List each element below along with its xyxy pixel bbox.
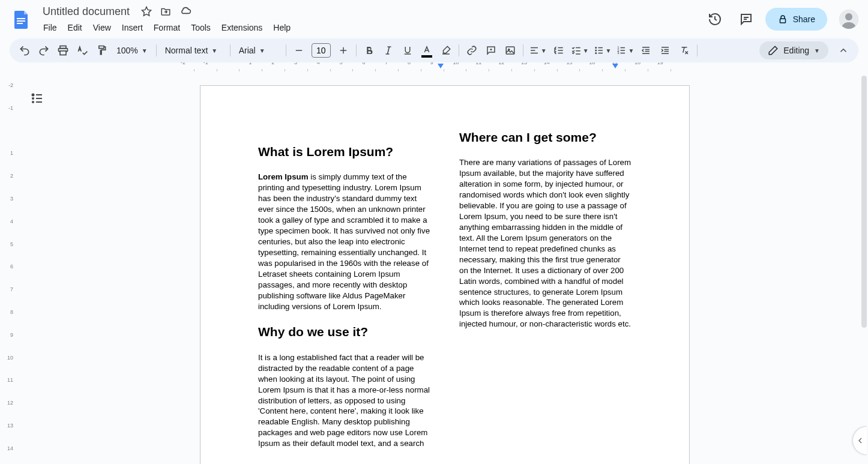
paragraph[interactable]: It is a long established fact that a rea… xyxy=(258,352,430,449)
print-button[interactable] xyxy=(54,41,72,59)
menu-file[interactable]: File xyxy=(38,20,62,35)
vertical-ruler[interactable]: -2-112345678910111213141516 xyxy=(0,74,22,464)
separator xyxy=(286,44,286,56)
content-area: -2-112345678910111213141516 What is Lore… xyxy=(0,74,868,464)
svg-rect-9 xyxy=(60,51,66,55)
cloud-status-icon[interactable] xyxy=(179,5,191,17)
menu-help[interactable]: Help xyxy=(268,20,295,35)
svg-point-57 xyxy=(32,101,34,103)
font-size-input[interactable]: 10 xyxy=(312,43,331,58)
indent-marker[interactable] xyxy=(438,64,444,68)
numbered-list-button[interactable]: 123▼ xyxy=(614,41,636,59)
separator xyxy=(356,44,357,56)
style-select[interactable]: Normal text▼ xyxy=(160,41,226,59)
svg-line-15 xyxy=(387,47,389,54)
heading[interactable]: Why do we use it? xyxy=(258,324,430,340)
svg-rect-1 xyxy=(17,20,25,22)
line-spacing-button[interactable] xyxy=(550,41,568,59)
svg-text:3: 3 xyxy=(618,51,620,55)
svg-rect-0 xyxy=(17,18,25,19)
decrease-font-size-button[interactable] xyxy=(290,41,308,59)
separator xyxy=(230,44,231,56)
paragraph[interactable]: Lorem Ipsum is simply dummy text of the … xyxy=(258,172,430,312)
chevron-down-icon: ▼ xyxy=(606,47,612,54)
chevron-down-icon: ▼ xyxy=(814,47,820,54)
lock-icon xyxy=(777,14,788,25)
underline-button[interactable] xyxy=(399,41,417,59)
app-header: Untitled document File Edit View Insert … xyxy=(0,0,868,38)
paint-format-button[interactable] xyxy=(92,41,110,59)
pencil-icon xyxy=(768,45,779,56)
chevron-down-icon: ▼ xyxy=(211,47,217,54)
insert-link-button[interactable] xyxy=(463,41,481,59)
clear-formatting-button[interactable] xyxy=(675,41,693,59)
star-icon[interactable] xyxy=(141,6,152,17)
page[interactable]: What is Lorem Ipsum? Lorem Ipsum is simp… xyxy=(200,85,690,464)
menu-tools[interactable]: Tools xyxy=(186,20,215,35)
separator xyxy=(523,44,523,56)
text-color-swatch xyxy=(421,55,432,58)
chevron-down-icon: ▼ xyxy=(583,47,589,54)
toolbar-wrap: 100%▼ Normal text▼ Arial▼ 10 ▼ ▼ ▼ 123▼ … xyxy=(0,38,868,62)
align-button[interactable]: ▼ xyxy=(527,41,549,59)
svg-point-52 xyxy=(32,94,34,96)
column-2: Where can I get some? There are many var… xyxy=(459,129,631,461)
italic-button[interactable] xyxy=(379,41,397,59)
checklist-button[interactable]: ▼ xyxy=(569,41,591,59)
svg-rect-2 xyxy=(17,23,23,24)
horizontal-ruler[interactable]: -2-112345678910111213141516171819 xyxy=(0,62,868,72)
heading[interactable]: What is Lorem Ipsum? xyxy=(258,143,430,160)
history-icon[interactable] xyxy=(703,7,727,31)
bold-button[interactable] xyxy=(360,41,378,59)
redo-button[interactable] xyxy=(35,41,53,59)
text-color-button[interactable] xyxy=(418,41,436,59)
menu-extensions[interactable]: Extensions xyxy=(217,20,267,35)
scrollbar-track[interactable] xyxy=(861,76,867,462)
increase-indent-button[interactable] xyxy=(656,41,674,59)
indent-marker[interactable] xyxy=(612,64,618,68)
svg-point-56 xyxy=(32,98,34,99)
svg-point-7 xyxy=(845,13,852,20)
separator xyxy=(156,44,157,56)
font-select[interactable]: Arial▼ xyxy=(234,41,282,59)
chevron-down-icon: ▼ xyxy=(142,47,148,54)
svg-point-34 xyxy=(595,53,597,54)
highlight-button[interactable] xyxy=(437,41,455,59)
menu-edit[interactable]: Edit xyxy=(63,20,87,35)
editing-mode-button[interactable]: Editing ▼ xyxy=(759,41,828,59)
move-icon[interactable] xyxy=(160,6,171,17)
svg-point-30 xyxy=(595,47,597,49)
add-comment-button[interactable] xyxy=(482,41,500,59)
separator xyxy=(459,44,459,56)
paragraph[interactable]: There are many variations of passages of… xyxy=(459,157,631,330)
scrollbar-thumb[interactable] xyxy=(861,76,867,328)
menu-format[interactable]: Format xyxy=(149,20,185,35)
heading[interactable]: Where can I get some? xyxy=(459,129,631,145)
collapse-toolbar-button[interactable] xyxy=(834,41,852,59)
undo-button[interactable] xyxy=(16,41,34,59)
menu-view[interactable]: View xyxy=(88,20,116,35)
title-area: Untitled document File Edit View Insert … xyxy=(38,4,703,35)
comments-icon[interactable] xyxy=(734,7,758,31)
user-avatar[interactable] xyxy=(839,10,858,29)
toolbar: 100%▼ Normal text▼ Arial▼ 10 ▼ ▼ ▼ 123▼ … xyxy=(10,38,858,62)
menu-bar: File Edit View Insert Format Tools Exten… xyxy=(38,20,703,35)
docs-logo[interactable] xyxy=(10,7,34,31)
column-1: What is Lorem Ipsum? Lorem Ipsum is simp… xyxy=(258,143,430,461)
increase-font-size-button[interactable] xyxy=(334,41,352,59)
document-title[interactable]: Untitled document xyxy=(38,4,134,19)
insert-image-button[interactable] xyxy=(501,41,519,59)
decrease-indent-button[interactable] xyxy=(637,41,655,59)
outline-toggle-button[interactable] xyxy=(26,88,48,109)
bulleted-list-button[interactable]: ▼ xyxy=(592,41,613,59)
chevron-down-icon: ▼ xyxy=(628,47,634,54)
chevron-down-icon: ▼ xyxy=(259,47,265,54)
spellcheck-button[interactable] xyxy=(73,41,91,59)
share-label: Share xyxy=(793,14,815,24)
share-button[interactable]: Share xyxy=(765,8,827,31)
svg-point-32 xyxy=(595,50,597,51)
document-scroll[interactable]: What is Lorem Ipsum? Lorem Ipsum is simp… xyxy=(22,74,868,464)
menu-insert[interactable]: Insert xyxy=(117,20,148,35)
chevron-down-icon: ▼ xyxy=(541,47,547,54)
zoom-select[interactable]: 100%▼ xyxy=(112,41,152,59)
